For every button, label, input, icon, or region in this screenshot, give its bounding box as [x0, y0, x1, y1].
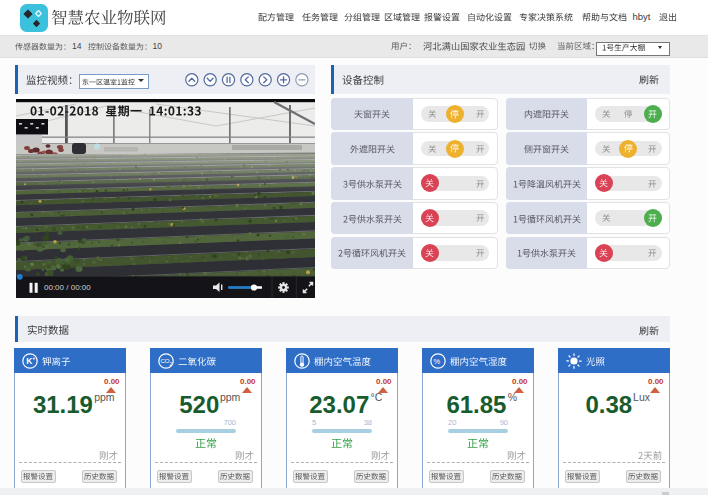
- svg-text:%: %: [433, 357, 440, 366]
- svg-text:00:00 / 00:00: 00:00 / 00:00: [44, 283, 91, 292]
- svg-text:+: +: [32, 355, 35, 361]
- svg-text:2: 2: [169, 361, 172, 366]
